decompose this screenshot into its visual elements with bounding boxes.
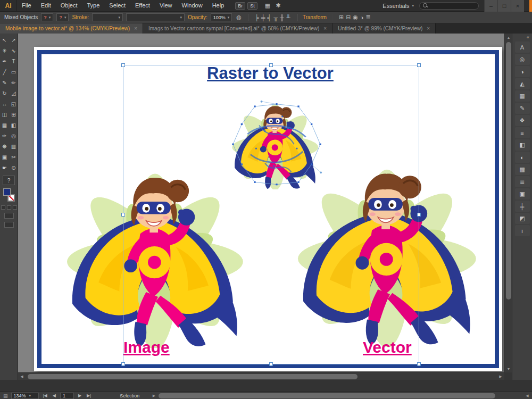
- maximize-button[interactable]: □: [497, 0, 511, 12]
- selection-handle[interactable]: [121, 63, 125, 67]
- layers-panel-icon[interactable]: ≣: [515, 176, 530, 187]
- opacity-combo[interactable]: 100% ▾: [211, 13, 232, 21]
- horizontal-scrollbar[interactable]: ◀ ▶: [18, 372, 504, 380]
- selection-handle[interactable]: [417, 213, 421, 217]
- stroke-width-combo[interactable]: ▾: [92, 13, 123, 21]
- zoom-tool[interactable]: ⊙: [9, 162, 18, 173]
- search-input[interactable]: [430, 3, 475, 9]
- menu-item[interactable]: Object: [56, 0, 82, 11]
- scroll-up-icon[interactable]: ▲: [505, 34, 512, 41]
- minimize-button[interactable]: –: [484, 0, 497, 12]
- magic-wand-tool[interactable]: ✳: [0, 45, 9, 56]
- rectangle-tool[interactable]: ▭: [9, 66, 18, 77]
- menu-item[interactable]: View: [155, 0, 177, 11]
- stock-photos-button[interactable]: St: [247, 2, 257, 10]
- pencil-tool[interactable]: ✏: [9, 77, 18, 88]
- previous-artboard-button[interactable]: ◀: [52, 393, 57, 398]
- close-button[interactable]: ×: [511, 0, 524, 12]
- scroll-right-icon[interactable]: ▶: [150, 392, 157, 399]
- character-panel-icon[interactable]: A: [515, 41, 530, 53]
- statusbar-scrollbar[interactable]: ▶ ◀: [150, 392, 531, 399]
- mesh-tool[interactable]: ▦: [0, 120, 9, 130]
- artboard[interactable]: Raster to Vector: [34, 47, 502, 371]
- workspace-switcher[interactable]: Essentials ▾: [383, 3, 414, 9]
- align-panel-icon[interactable]: ╪: [515, 201, 530, 212]
- next-artboard-button[interactable]: ▶: [77, 393, 82, 398]
- pen-tool[interactable]: ✒: [0, 56, 9, 66]
- artboards-panel-icon[interactable]: ▣: [515, 188, 530, 200]
- gradient-tool[interactable]: ◧: [9, 120, 18, 130]
- selection-handle[interactable]: [417, 63, 421, 67]
- arrange-documents-icon[interactable]: ▦: [265, 2, 270, 9]
- variable-width-profile-combo[interactable]: ? ▾: [41, 13, 53, 21]
- document-tab[interactable]: Untitled-3* @ 99% (CMYK/Preview) ×: [332, 23, 436, 34]
- help-button[interactable]: ?: [3, 176, 15, 185]
- canvas-pasteboard[interactable]: Raster to Vector: [18, 34, 504, 372]
- align-vertical-top-icon[interactable]: ╥: [272, 14, 279, 21]
- scroll-left-icon[interactable]: ◀: [18, 373, 26, 380]
- rotate-tool[interactable]: ↻: [0, 88, 9, 98]
- transform-link[interactable]: Transform: [303, 14, 327, 20]
- menu-item[interactable]: Edit: [36, 0, 56, 11]
- vertical-scroll-thumb[interactable]: [506, 42, 511, 300]
- selection-handle[interactable]: [269, 63, 273, 67]
- symbol-sprayer-tool[interactable]: ❋: [0, 141, 9, 152]
- recolor-icon[interactable]: ◍: [235, 14, 243, 21]
- align-horizontal-right-icon[interactable]: ╡: [267, 14, 273, 21]
- align-vertical-center-icon[interactable]: ╫: [279, 14, 285, 21]
- tab-close-icon[interactable]: ×: [134, 26, 137, 31]
- pathfinder-panel-icon[interactable]: ◩: [515, 213, 530, 224]
- slice-tool[interactable]: ✂: [9, 152, 18, 162]
- vertical-scrollbar[interactable]: ▲ ▼: [504, 34, 512, 372]
- vector-artwork[interactable]: [294, 140, 486, 347]
- artboard-number-field[interactable]: 1: [60, 393, 74, 399]
- transparency-panel-icon[interactable]: ◐: [515, 152, 530, 163]
- width-tool[interactable]: ↔: [0, 98, 9, 109]
- none-button[interactable]: [13, 205, 17, 210]
- color-button[interactable]: [1, 205, 5, 210]
- collapse-panels-icon[interactable]: «: [527, 35, 529, 40]
- brushes-panel-icon[interactable]: ✎: [515, 103, 530, 114]
- menu-item[interactable]: Type: [82, 0, 105, 11]
- direct-selection-tool[interactable]: ↗: [9, 35, 18, 45]
- align-horizontal-center-icon[interactable]: ╪: [260, 14, 267, 21]
- zoom-level-combo[interactable]: 134% ▾: [11, 393, 39, 399]
- stroke-panel-icon[interactable]: ≡: [515, 127, 530, 138]
- free-transform-tool[interactable]: ◱: [9, 98, 18, 109]
- isolate-selected-object-icon[interactable]: ◉: [352, 14, 359, 21]
- selection-handle[interactable]: [417, 362, 421, 366]
- graphic-styles-panel-icon[interactable]: ▩: [515, 164, 530, 175]
- selection-handle[interactable]: [269, 362, 273, 366]
- app-logo[interactable]: Ai: [0, 0, 17, 12]
- stroke-link[interactable]: Stroke:: [72, 14, 89, 20]
- line-segment-tool[interactable]: ╱: [0, 66, 9, 77]
- align-vertical-bottom-icon[interactable]: ╨: [285, 14, 292, 21]
- shape-mode-unite-icon[interactable]: ⊞: [338, 14, 345, 21]
- appearance-panel-icon[interactable]: ◎: [515, 54, 530, 65]
- menu-item[interactable]: File: [17, 0, 36, 11]
- scroll-left-icon[interactable]: ◀: [523, 392, 531, 399]
- symbols-panel-icon[interactable]: ❖: [515, 115, 530, 126]
- hand-tool[interactable]: ☛: [0, 162, 9, 173]
- shape-mode-minus-icon[interactable]: ⊟: [345, 14, 352, 21]
- horizontal-scroll-thumb[interactable]: [28, 374, 358, 379]
- color-panel-icon[interactable]: ◑: [515, 66, 530, 77]
- menu-item[interactable]: Help: [207, 0, 229, 11]
- selection-handle[interactable]: [121, 213, 125, 217]
- document-tab[interactable]: Imags to Vector cartoon sympal [Converte…: [143, 23, 332, 34]
- raster-image-artwork[interactable]: [61, 146, 255, 348]
- info-panel-icon[interactable]: i: [515, 225, 530, 236]
- style-combo[interactable]: ▾: [126, 13, 185, 21]
- shape-builder-tool[interactable]: ◫: [0, 109, 9, 120]
- screen-mode-button[interactable]: [4, 222, 14, 228]
- brush-definition-combo[interactable]: ? ▾: [56, 13, 69, 21]
- first-artboard-button[interactable]: |◀: [42, 393, 48, 398]
- gradient-button[interactable]: [7, 205, 11, 210]
- recolor-artwork-icon[interactable]: ◑: [359, 14, 365, 21]
- menu-item[interactable]: Effect: [130, 0, 155, 11]
- color-guide-panel-icon[interactable]: ◭: [515, 78, 530, 89]
- swatches-panel-icon[interactable]: ▦: [515, 90, 530, 102]
- opacity-link[interactable]: Opacity:: [188, 14, 207, 20]
- align-horizontal-left-icon[interactable]: ╞: [254, 14, 260, 21]
- scale-tool[interactable]: ◿: [9, 88, 18, 98]
